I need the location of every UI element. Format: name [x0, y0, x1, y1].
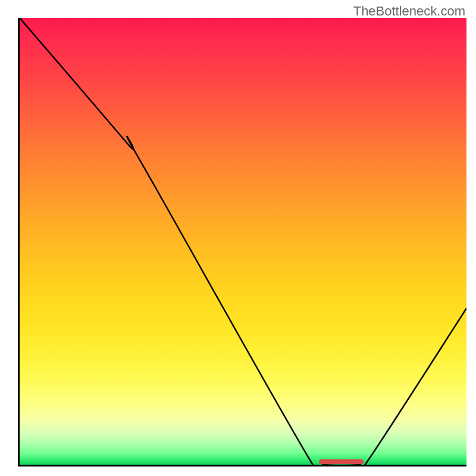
chart-plot-area	[18, 18, 466, 466]
watermark-text: TheBottleneck.com	[353, 4, 465, 19]
bottleneck-curve	[20, 18, 466, 465]
optimal-range-marker	[319, 459, 364, 464]
